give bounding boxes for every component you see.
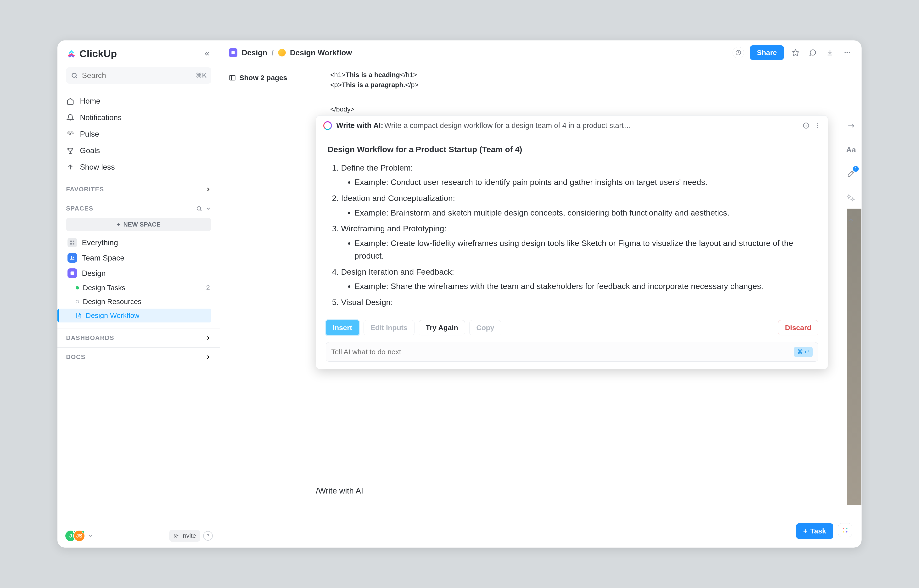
svg-point-22 — [843, 531, 844, 533]
nav-notifications[interactable]: Notifications — [62, 110, 215, 125]
nav-home[interactable]: Home — [62, 93, 215, 109]
clickup-logo-icon — [66, 48, 76, 59]
show-pages-toggle[interactable]: Show 2 pages — [229, 74, 307, 82]
magic-icon — [847, 194, 855, 202]
comment-icon — [809, 49, 817, 57]
apps-button[interactable] — [838, 523, 852, 537]
users-icon — [68, 253, 77, 263]
sidebar-item-design-tasks[interactable]: Design Tasks2 — [66, 281, 211, 295]
doc-emoji-icon — [278, 49, 286, 57]
search-input[interactable] — [82, 71, 192, 80]
more-button[interactable] — [841, 47, 853, 58]
new-task-button[interactable]: +Task — [796, 523, 833, 539]
svg-rect-3 — [70, 241, 72, 242]
design-space-icon[interactable] — [229, 48, 238, 57]
breadcrumb: Design / Design Workflow — [229, 48, 352, 57]
collapse-sidebar-button[interactable] — [203, 50, 211, 58]
help-button[interactable]: ? — [203, 531, 213, 541]
svg-rect-11 — [231, 51, 235, 54]
trophy-icon — [66, 147, 74, 155]
ai-write-panel: Write with AI: Write a compact design wo… — [316, 115, 828, 369]
brand-logo[interactable]: ClickUp — [66, 48, 117, 60]
download-icon — [827, 49, 833, 56]
nav-show-less[interactable]: Show less — [62, 159, 215, 175]
nav-goals[interactable]: Goals — [62, 143, 215, 158]
dots-icon — [844, 49, 851, 56]
ai-spark-icon — [323, 121, 332, 130]
chevron-right-icon — [205, 186, 211, 192]
svg-point-7 — [71, 256, 72, 258]
new-space-button[interactable]: +NEW SPACE — [66, 218, 211, 231]
try-again-button[interactable]: Try Again — [419, 320, 465, 335]
svg-point-23 — [846, 531, 848, 533]
copy-button[interactable]: Copy — [469, 320, 501, 335]
user-avatars[interactable]: J JS — [65, 530, 93, 542]
svg-point-21 — [846, 528, 848, 529]
space-design[interactable]: Design — [66, 265, 211, 281]
nav-pulse[interactable]: Pulse — [62, 126, 215, 142]
main-area: Design / Design Workflow Share Show 2 pa… — [220, 40, 862, 548]
space-team[interactable]: Team Space — [66, 250, 211, 265]
design-space-icon — [68, 268, 77, 278]
ai-followup-field[interactable] — [331, 348, 790, 356]
sidebar-item-design-workflow[interactable]: Design Workflow — [57, 309, 211, 323]
docs-section[interactable]: DOCS — [57, 347, 220, 367]
breadcrumb-workflow[interactable]: Design Workflow — [290, 48, 352, 57]
favorites-section[interactable]: FAVORITES — [57, 180, 220, 199]
spaces-header[interactable]: SPACES — [66, 205, 211, 212]
info-icon[interactable] — [803, 122, 810, 129]
background-photo — [847, 208, 862, 505]
expand-button[interactable] — [845, 120, 857, 132]
sidebar: ClickUp ⌘K Home Notifications Pulse Goal… — [57, 40, 220, 548]
edit-tool-button[interactable] — [845, 192, 857, 204]
chevron-double-left-icon — [204, 50, 210, 57]
download-button[interactable] — [824, 47, 836, 58]
chevron-right-icon — [205, 335, 211, 341]
history-button[interactable] — [733, 47, 744, 58]
comments-button[interactable] — [807, 47, 819, 58]
discard-button[interactable]: Discard — [778, 320, 818, 335]
expand-icon — [847, 122, 855, 130]
grid-icon — [68, 238, 77, 247]
svg-point-13 — [847, 52, 848, 53]
svg-point-0 — [72, 73, 76, 78]
code-block: <h1>This is a heading</h1> <p>This is a … — [316, 65, 828, 119]
share-button[interactable]: Share — [750, 45, 784, 60]
user-plus-icon — [173, 533, 179, 538]
svg-point-20 — [843, 528, 844, 529]
export-button[interactable] — [845, 216, 857, 227]
submit-shortcut[interactable]: ⌘ ↵ — [794, 347, 813, 357]
plus-icon: + — [803, 527, 807, 535]
search-icon[interactable] — [196, 205, 202, 212]
history-icon — [735, 50, 741, 56]
ai-followup-input[interactable]: ⌘ ↵ — [326, 342, 818, 362]
invite-button[interactable]: Invite — [169, 530, 200, 542]
chevron-down-icon[interactable] — [205, 205, 211, 212]
breadcrumb-separator: / — [272, 48, 274, 57]
document-body[interactable]: <h1>This is a heading</h1> <p>This is a … — [316, 65, 862, 548]
edit-inputs-button[interactable]: Edit Inputs — [364, 320, 414, 335]
svg-point-14 — [849, 52, 850, 53]
pulse-icon — [66, 130, 74, 138]
typography-icon: Aa — [846, 145, 856, 154]
favorite-button[interactable] — [790, 47, 801, 58]
dots-vertical-icon[interactable] — [814, 123, 820, 129]
chevron-down-icon[interactable] — [88, 533, 93, 538]
svg-point-19 — [817, 127, 818, 128]
star-icon — [792, 49, 799, 57]
svg-point-8 — [73, 257, 74, 258]
right-rail: Aa 1 — [840, 120, 862, 227]
typography-button[interactable]: Aa — [845, 144, 857, 155]
space-everything[interactable]: Everything — [66, 235, 211, 250]
breadcrumb-design[interactable]: Design — [242, 48, 267, 57]
activity-button[interactable]: 1 — [845, 168, 857, 179]
search-input-container[interactable]: ⌘K — [66, 67, 211, 84]
upload-icon — [847, 218, 855, 225]
svg-point-2 — [197, 207, 201, 210]
svg-point-1 — [70, 134, 71, 135]
chevron-right-icon — [205, 354, 211, 360]
dashboards-section[interactable]: DASHBOARDS — [57, 328, 220, 347]
plus-icon: + — [117, 221, 120, 228]
sidebar-item-design-resources[interactable]: Design Resources — [66, 295, 211, 309]
insert-button[interactable]: Insert — [326, 320, 359, 335]
